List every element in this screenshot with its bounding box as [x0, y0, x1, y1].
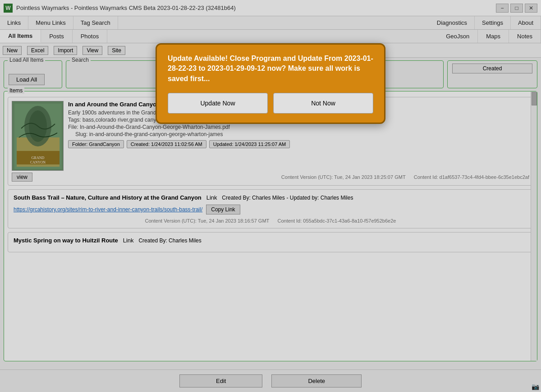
update-now-button[interactable]: Update Now [168, 93, 268, 114]
update-dialog: Update Available! Close Program and Upda… [156, 43, 385, 124]
not-now-button[interactable]: Not Now [273, 93, 373, 114]
update-dialog-message: Update Available! Close Program and Upda… [168, 54, 373, 84]
dialog-overlay: Update Available! Close Program and Upda… [0, 0, 541, 392]
update-dialog-buttons: Update Now Not Now [168, 93, 373, 114]
